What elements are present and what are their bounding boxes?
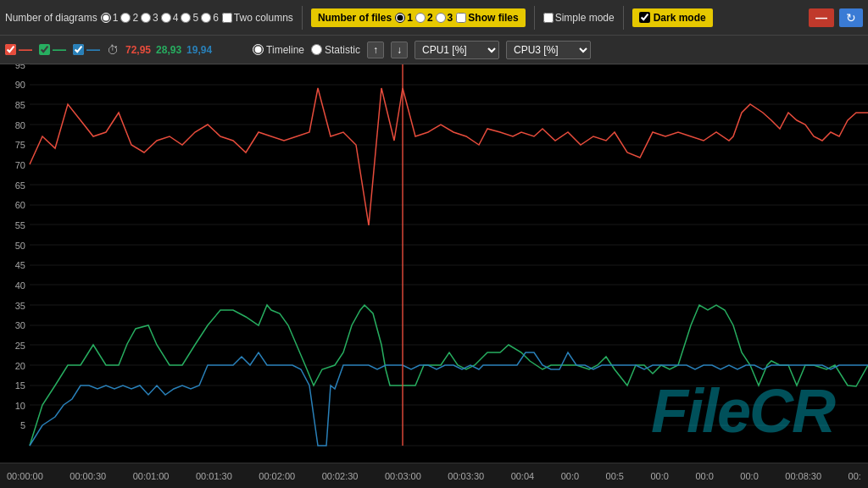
xaxis-label: 00:04 bbox=[511, 471, 535, 481]
xaxis-label: 00:0 bbox=[561, 471, 579, 481]
statistic-radio[interactable]: Statistic bbox=[311, 44, 360, 56]
svg-text:15: 15 bbox=[15, 380, 25, 391]
svg-text:75: 75 bbox=[15, 140, 25, 150]
val-green: 28,93 bbox=[156, 44, 181, 56]
timeline-section: Timeline Statistic bbox=[253, 44, 360, 56]
svg-text:40: 40 bbox=[15, 280, 25, 291]
svg-text:90: 90 bbox=[15, 80, 25, 90]
files-radio-3[interactable]: 3 bbox=[436, 12, 453, 24]
num-files-section: Number of files 1 2 3 Show files bbox=[311, 8, 526, 27]
two-columns-checkbox[interactable]: Two columns bbox=[222, 12, 293, 24]
dark-mode-section: Dark mode bbox=[632, 8, 713, 27]
svg-text:60: 60 bbox=[15, 200, 25, 210]
xaxis-label: 00:08:30 bbox=[785, 471, 821, 481]
diagram-radio-group: 1 2 3 4 5 6 bbox=[101, 12, 219, 24]
xaxis-label: 00:0 bbox=[651, 471, 669, 481]
simple-mode-checkbox[interactable]: Simple mode bbox=[543, 12, 615, 24]
clock-icon: ⏱ bbox=[107, 43, 119, 57]
svg-text:35: 35 bbox=[15, 301, 25, 311]
diagram-radio-5[interactable]: 5 bbox=[181, 12, 198, 24]
num-diagrams-section: Number of diagrams 1 2 3 4 5 6 Two colum… bbox=[5, 12, 293, 24]
xaxis-label: 00:01:00 bbox=[133, 471, 170, 481]
check-red[interactable]: — bbox=[5, 42, 32, 58]
svg-text:50: 50 bbox=[15, 241, 25, 251]
down-arrow-button[interactable]: ↓ bbox=[391, 42, 408, 58]
svg-text:10: 10 bbox=[15, 401, 25, 411]
divider-3 bbox=[623, 6, 624, 30]
num-files-label: Number of files bbox=[318, 12, 392, 24]
xaxis-label: 00:5 bbox=[606, 471, 624, 481]
divider-2 bbox=[534, 6, 535, 30]
show-files-checkbox[interactable]: Show files bbox=[456, 12, 518, 24]
timeline-radio[interactable]: Timeline bbox=[253, 44, 304, 56]
diagram-radio-6[interactable]: 6 bbox=[201, 12, 219, 24]
xaxis-label: 00:00:30 bbox=[70, 471, 106, 481]
xaxis-label: 00:0 bbox=[740, 471, 758, 481]
svg-text:20: 20 bbox=[15, 361, 25, 371]
chart-container: 95 90 85 80 75 70 65 60 55 50 45 40 35 3… bbox=[0, 64, 868, 463]
divider-1 bbox=[302, 6, 303, 30]
diagram-radio-4[interactable]: 4 bbox=[161, 12, 179, 24]
val-blue: 19,94 bbox=[186, 44, 212, 56]
xaxis-label: 00:02:30 bbox=[322, 471, 359, 481]
xaxis-label: 00: bbox=[849, 471, 861, 481]
files-radio-2[interactable]: 2 bbox=[415, 12, 433, 24]
svg-text:5: 5 bbox=[20, 420, 25, 430]
xaxis-label: 00:01:30 bbox=[196, 471, 232, 481]
files-radio-group: 1 2 3 bbox=[395, 12, 453, 24]
cpu1-select[interactable]: CPU1 [%] bbox=[415, 41, 499, 59]
check-green[interactable]: — bbox=[39, 42, 66, 58]
minus-button[interactable]: — bbox=[809, 8, 834, 27]
svg-text:65: 65 bbox=[15, 180, 25, 191]
check-blue[interactable]: — bbox=[73, 42, 100, 58]
chart-svg: 95 90 85 80 75 70 65 60 55 50 45 40 35 3… bbox=[0, 64, 868, 463]
diagram-radio-3[interactable]: 3 bbox=[141, 12, 159, 24]
cpu3-select[interactable]: CPU3 [%] bbox=[506, 41, 591, 59]
svg-text:45: 45 bbox=[15, 260, 25, 270]
up-arrow-button[interactable]: ↑ bbox=[367, 42, 384, 58]
svg-text:55: 55 bbox=[15, 220, 25, 230]
time-values: 72,95 28,93 19,94 bbox=[125, 44, 212, 56]
diagram-radio-2[interactable]: 2 bbox=[120, 12, 138, 24]
blue-line-icon: — bbox=[86, 42, 100, 58]
green-line-icon: — bbox=[53, 42, 66, 58]
refresh-button[interactable]: ↻ bbox=[839, 8, 863, 27]
val-red: 72,95 bbox=[125, 44, 151, 56]
xaxis-label: 00:03:30 bbox=[448, 471, 484, 481]
xaxis-label: 00:0 bbox=[695, 471, 713, 481]
svg-text:25: 25 bbox=[15, 341, 25, 351]
toolbar-2: — — — ⏱ 72,95 28,93 19,94 Timeline Stati… bbox=[0, 36, 868, 64]
xaxis-labels: 00:00:00 00:00:30 00:01:00 00:01:30 00:0… bbox=[7, 471, 861, 481]
diagram-radio-1[interactable]: 1 bbox=[101, 12, 119, 24]
xaxis-bar: 00:00:00 00:00:30 00:01:00 00:01:30 00:0… bbox=[0, 463, 868, 488]
svg-text:95: 95 bbox=[15, 64, 25, 70]
svg-text:85: 85 bbox=[15, 100, 25, 110]
files-radio-1[interactable]: 1 bbox=[395, 12, 413, 24]
xaxis-label: 00:00:00 bbox=[7, 471, 43, 481]
num-diagrams-label: Number of diagrams bbox=[5, 12, 97, 24]
svg-text:70: 70 bbox=[15, 160, 25, 170]
red-line-icon: — bbox=[19, 42, 32, 58]
xaxis-label: 00:03:00 bbox=[385, 471, 421, 481]
xaxis-label: 00:02:00 bbox=[259, 471, 295, 481]
svg-text:80: 80 bbox=[15, 120, 25, 130]
toolbar-1: Number of diagrams 1 2 3 4 5 6 Two colum… bbox=[0, 0, 868, 36]
svg-text:30: 30 bbox=[15, 320, 25, 330]
